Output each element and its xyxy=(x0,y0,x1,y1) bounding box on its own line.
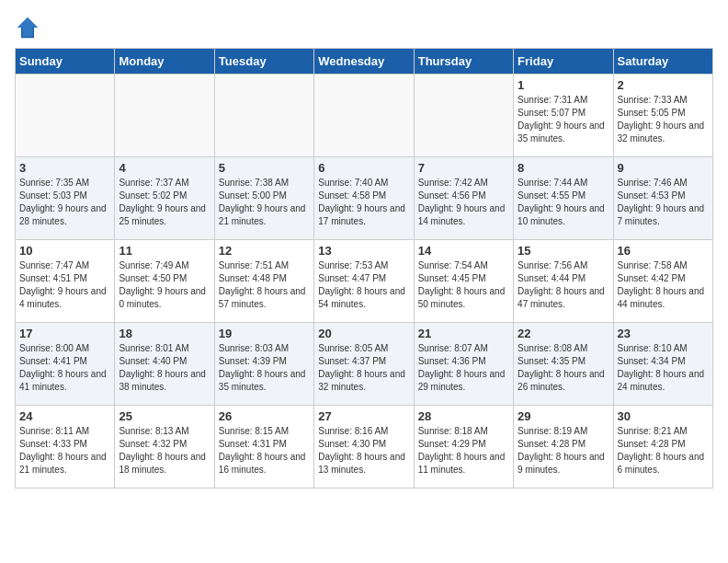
calendar-cell: 5Sunrise: 7:38 AM Sunset: 5:00 PM Daylig… xyxy=(214,157,313,240)
calendar-cell: 20Sunrise: 8:05 AM Sunset: 4:37 PM Dayli… xyxy=(314,323,414,406)
day-number: 26 xyxy=(219,409,310,423)
calendar-cell: 26Sunrise: 8:15 AM Sunset: 4:31 PM Dayli… xyxy=(214,406,313,488)
day-info: Sunrise: 8:01 AM Sunset: 4:40 PM Dayligh… xyxy=(119,342,210,394)
day-number: 20 xyxy=(318,327,409,340)
day-number: 13 xyxy=(318,244,409,258)
day-info: Sunrise: 8:10 AM Sunset: 4:34 PM Dayligh… xyxy=(618,342,709,394)
calendar-cell: 13Sunrise: 7:53 AM Sunset: 4:47 PM Dayli… xyxy=(314,240,414,323)
weekday-header-sunday: Sunday xyxy=(16,49,115,75)
day-number: 10 xyxy=(19,244,110,258)
calendar-cell xyxy=(115,75,214,157)
calendar-cell: 14Sunrise: 7:54 AM Sunset: 4:45 PM Dayli… xyxy=(414,240,513,323)
day-number: 14 xyxy=(418,244,509,258)
day-number: 1 xyxy=(518,78,609,92)
day-number: 22 xyxy=(518,327,609,340)
calendar-cell: 16Sunrise: 7:58 AM Sunset: 4:42 PM Dayli… xyxy=(613,240,712,323)
calendar-cell: 30Sunrise: 8:21 AM Sunset: 4:28 PM Dayli… xyxy=(613,406,712,488)
calendar-cell: 2Sunrise: 7:33 AM Sunset: 5:05 PM Daylig… xyxy=(613,75,712,157)
calendar-cell: 17Sunrise: 8:00 AM Sunset: 4:41 PM Dayli… xyxy=(16,323,115,406)
calendar-cell: 19Sunrise: 8:03 AM Sunset: 4:39 PM Dayli… xyxy=(214,323,313,406)
calendar-cell: 22Sunrise: 8:08 AM Sunset: 4:35 PM Dayli… xyxy=(514,323,613,406)
day-info: Sunrise: 7:44 AM Sunset: 4:55 PM Dayligh… xyxy=(518,177,609,228)
calendar-cell: 28Sunrise: 8:18 AM Sunset: 4:29 PM Dayli… xyxy=(414,406,513,488)
weekday-header-thursday: Thursday xyxy=(414,49,513,75)
day-info: Sunrise: 7:54 AM Sunset: 4:45 PM Dayligh… xyxy=(418,259,509,311)
weekday-header-wednesday: Wednesday xyxy=(314,49,414,75)
calendar-cell xyxy=(16,75,115,157)
calendar-cell: 27Sunrise: 8:16 AM Sunset: 4:30 PM Dayli… xyxy=(314,406,414,488)
day-info: Sunrise: 8:16 AM Sunset: 4:30 PM Dayligh… xyxy=(318,425,409,477)
day-info: Sunrise: 7:51 AM Sunset: 4:48 PM Dayligh… xyxy=(219,259,310,311)
day-info: Sunrise: 8:15 AM Sunset: 4:31 PM Dayligh… xyxy=(219,425,310,477)
calendar-cell: 23Sunrise: 8:10 AM Sunset: 4:34 PM Dayli… xyxy=(613,323,712,406)
weekday-header-row: SundayMondayTuesdayWednesdayThursdayFrid… xyxy=(16,49,713,75)
calendar-table: SundayMondayTuesdayWednesdayThursdayFrid… xyxy=(15,48,713,488)
day-info: Sunrise: 7:33 AM Sunset: 5:05 PM Dayligh… xyxy=(618,94,709,145)
day-number: 21 xyxy=(418,327,509,340)
day-info: Sunrise: 8:19 AM Sunset: 4:28 PM Dayligh… xyxy=(518,425,609,477)
day-info: Sunrise: 7:49 AM Sunset: 4:50 PM Dayligh… xyxy=(119,259,210,311)
day-info: Sunrise: 8:00 AM Sunset: 4:41 PM Dayligh… xyxy=(19,342,110,394)
calendar-cell xyxy=(314,75,414,157)
day-number: 7 xyxy=(418,161,509,175)
day-number: 4 xyxy=(119,161,210,175)
day-number: 18 xyxy=(119,327,210,340)
day-info: Sunrise: 7:37 AM Sunset: 5:02 PM Dayligh… xyxy=(119,177,210,228)
day-info: Sunrise: 7:38 AM Sunset: 5:00 PM Dayligh… xyxy=(219,177,310,228)
page-header xyxy=(15,15,713,40)
day-number: 16 xyxy=(618,244,709,258)
day-info: Sunrise: 8:07 AM Sunset: 4:36 PM Dayligh… xyxy=(418,342,509,394)
day-number: 24 xyxy=(19,409,110,423)
svg-marker-1 xyxy=(17,17,38,37)
calendar-cell: 8Sunrise: 7:44 AM Sunset: 4:55 PM Daylig… xyxy=(514,157,613,240)
calendar-week-row: 1Sunrise: 7:31 AM Sunset: 5:07 PM Daylig… xyxy=(16,75,713,157)
calendar-week-row: 10Sunrise: 7:47 AM Sunset: 4:51 PM Dayli… xyxy=(16,240,713,323)
day-info: Sunrise: 7:56 AM Sunset: 4:44 PM Dayligh… xyxy=(518,259,609,311)
calendar-week-row: 24Sunrise: 8:11 AM Sunset: 4:33 PM Dayli… xyxy=(16,406,713,488)
day-number: 30 xyxy=(618,409,709,423)
logo-icon xyxy=(15,15,40,40)
day-number: 11 xyxy=(119,244,210,258)
weekday-header-friday: Friday xyxy=(514,49,613,75)
day-number: 27 xyxy=(318,409,409,423)
calendar-week-row: 17Sunrise: 8:00 AM Sunset: 4:41 PM Dayli… xyxy=(16,323,713,406)
day-info: Sunrise: 7:46 AM Sunset: 4:53 PM Dayligh… xyxy=(618,177,709,228)
day-number: 9 xyxy=(618,161,709,175)
day-info: Sunrise: 8:18 AM Sunset: 4:29 PM Dayligh… xyxy=(418,425,509,477)
day-info: Sunrise: 7:31 AM Sunset: 5:07 PM Dayligh… xyxy=(518,94,609,145)
calendar-cell: 3Sunrise: 7:35 AM Sunset: 5:03 PM Daylig… xyxy=(16,157,115,240)
calendar-cell: 12Sunrise: 7:51 AM Sunset: 4:48 PM Dayli… xyxy=(214,240,313,323)
calendar-cell: 11Sunrise: 7:49 AM Sunset: 4:50 PM Dayli… xyxy=(115,240,214,323)
day-number: 6 xyxy=(318,161,409,175)
day-info: Sunrise: 8:05 AM Sunset: 4:37 PM Dayligh… xyxy=(318,342,409,394)
calendar-cell xyxy=(214,75,313,157)
calendar-cell: 21Sunrise: 8:07 AM Sunset: 4:36 PM Dayli… xyxy=(414,323,513,406)
calendar-cell: 29Sunrise: 8:19 AM Sunset: 4:28 PM Dayli… xyxy=(514,406,613,488)
day-number: 23 xyxy=(618,327,709,340)
calendar-cell: 7Sunrise: 7:42 AM Sunset: 4:56 PM Daylig… xyxy=(414,157,513,240)
day-info: Sunrise: 7:35 AM Sunset: 5:03 PM Dayligh… xyxy=(19,177,110,228)
day-info: Sunrise: 8:13 AM Sunset: 4:32 PM Dayligh… xyxy=(119,425,210,477)
day-info: Sunrise: 7:42 AM Sunset: 4:56 PM Dayligh… xyxy=(418,177,509,228)
calendar-cell xyxy=(414,75,513,157)
calendar-cell: 24Sunrise: 8:11 AM Sunset: 4:33 PM Dayli… xyxy=(16,406,115,488)
logo xyxy=(15,15,44,40)
calendar-cell: 25Sunrise: 8:13 AM Sunset: 4:32 PM Dayli… xyxy=(115,406,214,488)
calendar-cell: 6Sunrise: 7:40 AM Sunset: 4:58 PM Daylig… xyxy=(314,157,414,240)
day-info: Sunrise: 8:03 AM Sunset: 4:39 PM Dayligh… xyxy=(219,342,310,394)
day-info: Sunrise: 7:58 AM Sunset: 4:42 PM Dayligh… xyxy=(618,259,709,311)
day-info: Sunrise: 8:08 AM Sunset: 4:35 PM Dayligh… xyxy=(518,342,609,394)
calendar-cell: 15Sunrise: 7:56 AM Sunset: 4:44 PM Dayli… xyxy=(514,240,613,323)
day-number: 28 xyxy=(418,409,509,423)
day-number: 29 xyxy=(518,409,609,423)
calendar-week-row: 3Sunrise: 7:35 AM Sunset: 5:03 PM Daylig… xyxy=(16,157,713,240)
day-info: Sunrise: 8:21 AM Sunset: 4:28 PM Dayligh… xyxy=(618,425,709,477)
day-info: Sunrise: 7:47 AM Sunset: 4:51 PM Dayligh… xyxy=(19,259,110,311)
day-info: Sunrise: 7:40 AM Sunset: 4:58 PM Dayligh… xyxy=(318,177,409,228)
weekday-header-saturday: Saturday xyxy=(613,49,712,75)
day-number: 12 xyxy=(219,244,310,258)
calendar-cell: 10Sunrise: 7:47 AM Sunset: 4:51 PM Dayli… xyxy=(16,240,115,323)
day-number: 5 xyxy=(219,161,310,175)
day-info: Sunrise: 7:53 AM Sunset: 4:47 PM Dayligh… xyxy=(318,259,409,311)
day-number: 17 xyxy=(19,327,110,340)
